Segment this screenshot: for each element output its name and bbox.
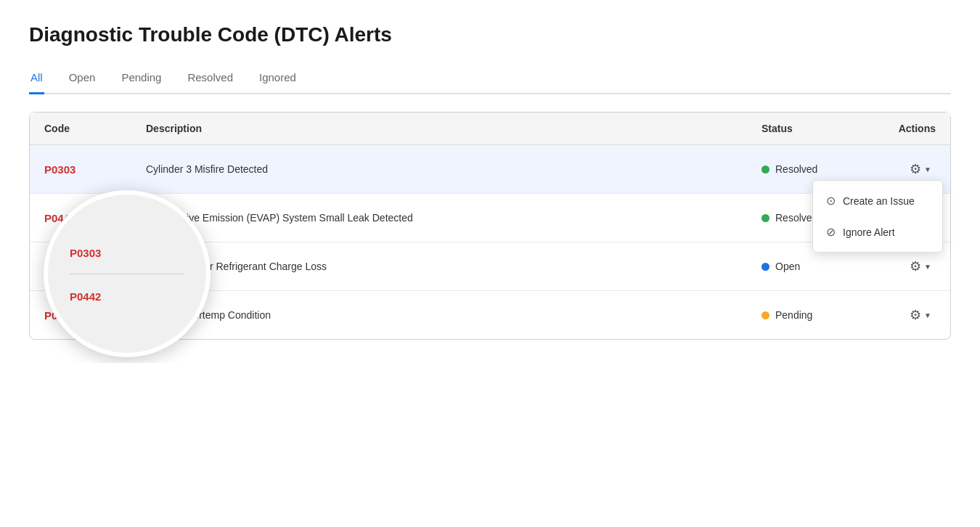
description-cell: Cylinder 3 Misfire Detected xyxy=(131,145,747,194)
magnifier-row-2: P0442 xyxy=(70,274,184,317)
ignore-alert-item[interactable]: ⊘ Ignore Alert xyxy=(813,216,942,248)
dtc-code: P0303 xyxy=(44,163,75,176)
create-issue-icon: ⊙ xyxy=(826,194,836,208)
ignore-alert-icon: ⊘ xyxy=(826,225,836,239)
description-cell: Air Conditioner Refrigerant Charge Loss xyxy=(131,242,747,291)
tab-all[interactable]: All xyxy=(29,64,44,94)
chevron-down-icon: ▼ xyxy=(924,263,931,271)
create-issue-item[interactable]: ⊙ Create an Issue xyxy=(813,185,942,216)
magnifier-row-1: P0303 xyxy=(70,231,184,274)
col-header-actions: Actions xyxy=(863,113,950,145)
actions-cell: ⚙ ▼ xyxy=(863,291,950,340)
col-header-status: Status xyxy=(747,113,863,145)
col-header-description: Description xyxy=(131,113,747,145)
status-label: Resolved xyxy=(775,163,817,175)
tab-open[interactable]: Open xyxy=(68,64,97,94)
page-title: Diagnostic Trouble Code (DTC) Alerts xyxy=(29,23,951,46)
actions-gear-button[interactable]: ⚙ ▼ xyxy=(905,158,936,180)
chevron-down-icon: ▼ xyxy=(924,311,931,319)
actions-dropdown-menu: ⊙ Create an Issue ⊘ Ignore Alert xyxy=(812,180,943,253)
status-dot-yellow xyxy=(761,311,769,319)
magnified-code-1: P0303 xyxy=(70,247,101,259)
description-cell: Engine Overtemp Condition xyxy=(131,291,747,340)
actions-gear-button[interactable]: ⚙ ▼ xyxy=(905,304,936,326)
actions-cell: ⚙ ▼ ⊙ Create an Issue ⊘ Ignore Alert xyxy=(863,145,950,194)
status-cell: Pending xyxy=(747,291,863,340)
gear-icon: ⚙ xyxy=(910,161,921,177)
gear-icon: ⚙ xyxy=(910,307,921,323)
status-dot-green xyxy=(761,214,769,222)
status-label: Open xyxy=(775,261,800,272)
tab-pending[interactable]: Pending xyxy=(120,64,163,94)
gear-icon: ⚙ xyxy=(910,258,921,274)
magnified-code-2: P0442 xyxy=(70,290,101,303)
status-dot-blue xyxy=(761,263,769,271)
tab-resolved[interactable]: Resolved xyxy=(186,64,234,94)
table-row: P0303 Cylinder 3 Misfire Detected Resolv… xyxy=(30,145,950,194)
tab-nav: All Open Pending Resolved Ignored xyxy=(29,64,951,94)
ignore-alert-label: Ignore Alert xyxy=(843,226,895,238)
col-header-code: Code xyxy=(30,113,131,145)
tab-ignored[interactable]: Ignored xyxy=(258,64,298,94)
status-label: Pending xyxy=(775,309,812,321)
chevron-down-icon: ▼ xyxy=(924,166,931,173)
create-issue-label: Create an Issue xyxy=(843,195,915,207)
status-label: Resolved xyxy=(775,212,817,224)
code-cell: P0303 xyxy=(30,145,131,194)
actions-gear-button[interactable]: ⚙ ▼ xyxy=(905,256,936,277)
description-cell: Evaporative Emission (EVAP) System Small… xyxy=(131,194,747,242)
magnifier-overlay: P0303 P0442 xyxy=(44,190,211,357)
status-dot-green xyxy=(761,166,769,173)
